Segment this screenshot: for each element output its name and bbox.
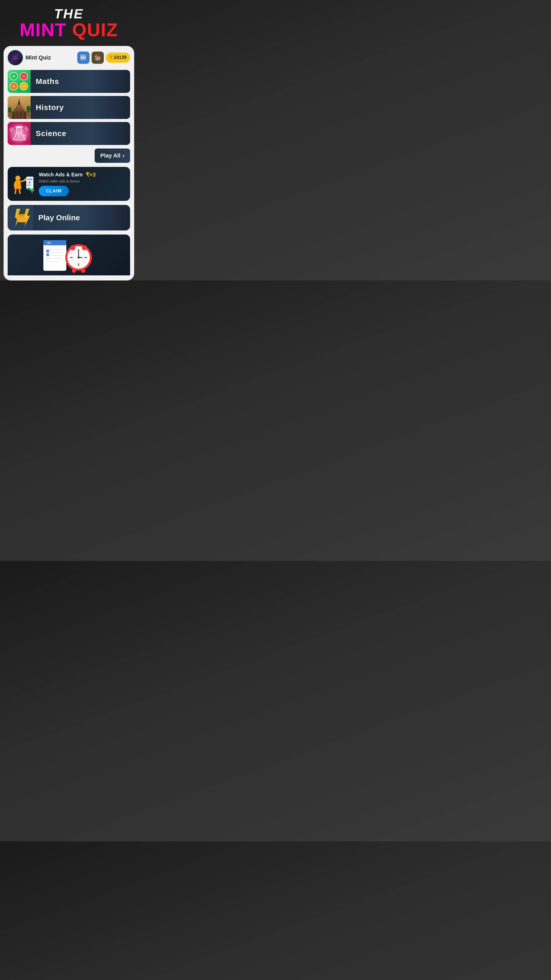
category-maths[interactable]: + − × ÷ Maths (8, 70, 130, 93)
svg-point-12 (27, 106, 30, 113)
svg-rect-6 (13, 111, 14, 119)
history-label-container: History (30, 96, 130, 119)
maths-label-container: Maths (30, 70, 130, 93)
science-icon (8, 122, 30, 145)
ads-card: ADS Watch Ads & Earn ₹+3 Watch video ads… (8, 167, 130, 201)
ads-content: Watch Ads & Earn ₹+3 Watch video ads to … (39, 172, 125, 196)
title-the: THE (5, 7, 133, 21)
svg-point-72 (72, 269, 76, 273)
svg-text:ADS: ADS (28, 179, 31, 180)
svg-point-73 (81, 269, 85, 273)
rupee-icon: ₹ (110, 55, 113, 61)
maths-icon: + − × ÷ (8, 70, 30, 93)
bottom-partial-svg: A+ ✓ ✓ (41, 235, 97, 275)
books-icon: 📚 (94, 54, 101, 61)
translate-icon: 🔤 (80, 54, 87, 61)
logo-quiz-text: QUIZ (13, 58, 18, 60)
app-name-label: Mint Quiz (25, 54, 75, 61)
svg-rect-11 (9, 113, 10, 116)
svg-rect-34 (27, 185, 30, 186)
title-mint-quiz: MINT QUIZ (5, 21, 133, 40)
play-online-image (8, 205, 33, 231)
plus-symbol: + (10, 72, 18, 80)
svg-rect-8 (20, 111, 22, 119)
svg-rect-9 (24, 111, 25, 119)
svg-point-25 (25, 126, 27, 128)
play-online-label: Play Online (33, 213, 80, 222)
svg-text:A+: A+ (47, 241, 51, 245)
title-mint: MINT (20, 20, 67, 40)
play-online-card[interactable]: Play Online (8, 205, 130, 231)
play-all-row: Play All › (8, 148, 130, 163)
app-logo: MINT QUIZ (8, 50, 23, 65)
translate-button[interactable]: 🔤 (77, 52, 89, 64)
ads-svg: ADS (12, 173, 35, 194)
history-icon (8, 96, 30, 119)
play-all-button[interactable]: Play All › (95, 148, 130, 163)
svg-text:✓: ✓ (47, 254, 49, 256)
svg-rect-17 (16, 126, 22, 128)
top-actions: 🔤 📚 ₹ 24139 (77, 52, 130, 64)
svg-rect-48 (43, 240, 66, 245)
divide-symbol: ÷ (20, 82, 28, 90)
minus-symbol: − (20, 72, 28, 80)
play-all-label: Play All (100, 152, 121, 159)
history-label: History (36, 103, 64, 112)
multiply-symbol: × (10, 82, 18, 90)
ads-subtitle: Watch video ads to bonus (39, 179, 125, 183)
svg-rect-21 (23, 135, 25, 140)
science-label-container: Science (30, 122, 130, 145)
svg-point-70 (70, 245, 75, 250)
earn-plus-amount: +3 (89, 172, 96, 178)
title-area: THE MINT QUIZ (0, 0, 138, 43)
play-online-svg (8, 205, 33, 231)
play-all-arrow: › (122, 152, 124, 159)
svg-point-19 (19, 137, 22, 139)
svg-point-71 (82, 245, 87, 250)
svg-point-24 (26, 128, 28, 130)
bottom-partial-card: A+ ✓ ✓ (8, 234, 130, 275)
category-history[interactable]: History (8, 96, 130, 119)
history-bg (8, 96, 30, 119)
science-svg (8, 122, 30, 145)
coins-amount: 24139 (114, 55, 127, 60)
earn-rupee-symbol: ₹ (86, 172, 89, 178)
science-label: Science (36, 129, 66, 138)
coins-badge: ₹ 24139 (106, 52, 130, 63)
ads-earn-row: Watch Ads & Earn ₹+3 (39, 172, 125, 178)
svg-point-10 (8, 107, 11, 113)
svg-point-37 (27, 188, 30, 190)
svg-rect-59 (46, 257, 49, 259)
books-button[interactable]: 📚 (92, 52, 104, 64)
ads-title: Watch Ads & Earn (39, 172, 83, 178)
categories-list: + − × ÷ Maths (8, 70, 130, 145)
svg-rect-36 (32, 190, 33, 193)
svg-point-20 (17, 136, 19, 138)
svg-point-69 (78, 256, 79, 259)
ads-illustration: ADS (12, 173, 35, 194)
svg-point-23 (10, 128, 13, 131)
svg-point-18 (16, 135, 18, 137)
category-science[interactable]: Science (8, 122, 130, 145)
maths-label: Maths (36, 77, 59, 86)
svg-text:✓: ✓ (47, 250, 49, 253)
title-quiz: QUIZ (72, 20, 118, 40)
svg-rect-22 (23, 135, 26, 136)
svg-rect-13 (28, 113, 29, 116)
app-card: MINT QUIZ Mint Quiz 🔤 📚 ₹ 24139 + − × (3, 46, 134, 280)
svg-rect-7 (17, 111, 18, 119)
temple-svg (8, 96, 30, 119)
claim-button[interactable]: CLAIM (39, 186, 69, 196)
earn-amount: ₹+3 (86, 172, 96, 178)
top-bar: MINT QUIZ Mint Quiz 🔤 📚 ₹ 24139 (8, 50, 130, 65)
